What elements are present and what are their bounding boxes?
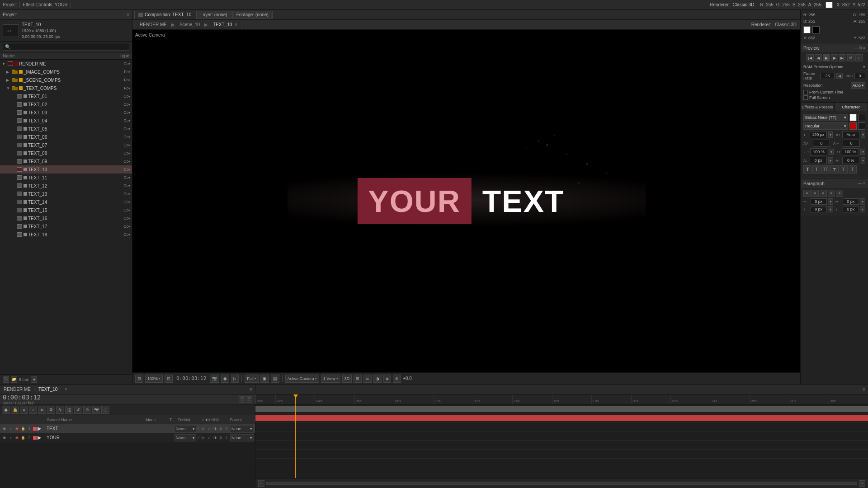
proj-item-text12[interactable]: TEXT_12 Co▪ (0, 182, 132, 190)
motion-blur-btn[interactable]: ≋ (363, 375, 372, 383)
ram-dropdown-icon[interactable]: ▾ (863, 65, 865, 69)
align-right-btn[interactable]: ≡ (820, 190, 827, 197)
font-dropdown[interactable]: Bebas Neue (TT) ▾ (803, 114, 848, 121)
timeline-panel-close[interactable]: ≡ (247, 387, 255, 392)
comp-tab-layer[interactable]: Layer: (none) (196, 11, 231, 19)
proj-item-scene-comps[interactable]: ▶ _SCENE_COMPS Fo▪ (0, 76, 132, 84)
expand-tool[interactable]: ≡ (20, 406, 28, 414)
line-height-input[interactable] (842, 131, 859, 138)
expand-icon[interactable]: ⊞ (859, 46, 862, 50)
paragraph-header[interactable]: Paragraph — ≡ (801, 179, 868, 188)
lock-btn[interactable]: 🔒 (20, 435, 26, 441)
space-after-input[interactable] (843, 206, 859, 212)
from-current-row[interactable]: From Current Time (803, 89, 865, 95)
switch1[interactable]: ☆ (206, 435, 212, 441)
vert-scale-btn[interactable]: ▾ (860, 149, 865, 155)
zoom-in-btn[interactable]: + (859, 480, 865, 487)
proj-item-text05[interactable]: TEXT_05 Co▪ (0, 125, 132, 133)
tl-right-close[interactable]: ≡ (860, 387, 868, 392)
proj-item-text06[interactable]: TEXT_06 Co▪ (0, 133, 132, 141)
switch1[interactable]: ☆ (206, 426, 212, 432)
step-back-btn[interactable]: ◀ (815, 54, 822, 61)
switch2[interactable]: ◑ (212, 435, 217, 441)
expand-layer-btn[interactable]: ▶ (38, 426, 42, 432)
bold-btn[interactable]: T (803, 165, 811, 174)
small-caps-btn[interactable]: T̲ (830, 165, 839, 174)
visibility-btn[interactable]: ◉ (1, 435, 7, 441)
lock-tool[interactable]: 🔒 (11, 406, 19, 414)
solo-btn[interactable]: ◉ (14, 435, 19, 441)
close-icon[interactable]: × (235, 22, 237, 27)
null-tool[interactable]: ◌ (101, 406, 109, 414)
exposure-btn[interactable]: ◉ (221, 375, 229, 383)
proj-item-text17[interactable]: TEXT_17 Co▪ (0, 222, 132, 230)
justify-btn[interactable]: ≡ (828, 190, 835, 197)
folder-btn[interactable]: 📁 (11, 376, 17, 383)
switch4[interactable]: ◊ (224, 426, 229, 432)
proj-item-text08[interactable]: TEXT_08 Co▪ (0, 149, 132, 157)
proj-item-text03[interactable]: TEXT_03 Co▪ (0, 108, 132, 117)
zoom-out-btn[interactable]: − (258, 480, 264, 487)
view-layout-dropdown[interactable]: 1 View ▾ (321, 375, 340, 383)
skip-to-start-btn[interactable]: |◀ (807, 54, 814, 61)
proj-item-text09[interactable]: TEXT_09 Co▪ (0, 157, 132, 165)
character-tab[interactable]: Character (835, 103, 868, 112)
indent-left-btn[interactable]: ▾ (828, 198, 833, 205)
proj-item-text07[interactable]: TEXT_07 Co▪ (0, 141, 132, 149)
settings-btn[interactable]: ◀ (31, 376, 37, 383)
italic-btn[interactable]: T (812, 165, 821, 174)
comp-tab-footage[interactable]: Footage: (none) (232, 11, 273, 19)
timeline-tab-close[interactable]: × (61, 387, 71, 392)
proj-item-text04[interactable]: TEXT_04 Co▪ (0, 117, 132, 125)
space-after-btn[interactable]: ▾ (860, 206, 865, 212)
skip-to-end-btn[interactable]: ▶| (839, 54, 846, 61)
proj-item-text11[interactable]: TEXT_11 Co▪ (0, 174, 132, 182)
frame-rate-input[interactable] (820, 73, 835, 79)
proj-item-text15[interactable]: TEXT_15 Co▪ (0, 206, 132, 214)
minimize-icon[interactable]: — (858, 181, 862, 186)
audio-vis-btn[interactable]: ♪ (8, 435, 13, 441)
zoom-slider[interactable] (266, 482, 857, 485)
snapshot-btn[interactable]: 📷 (210, 375, 219, 383)
project-menu[interactable]: Project (3, 2, 17, 7)
visibility-btn[interactable]: ◉ (1, 426, 7, 432)
timeline-layer-1[interactable]: ◉ ♪ ◉ 🔒 1 ▶ TEXT Norm ▾ / fx ☆ ◑ ⊙ (0, 424, 255, 433)
lock-btn[interactable]: 🔒 (20, 426, 26, 432)
expand-layer-btn[interactable]: ▶ (38, 435, 42, 441)
font-color-swatch[interactable] (849, 114, 857, 121)
style-dropdown[interactable]: Regular ▾ (803, 122, 848, 130)
space-before-input[interactable] (811, 206, 827, 212)
preview-header[interactable]: Preview — ⊞ ≡ (801, 43, 868, 52)
render-btn[interactable]: ▣ (260, 375, 269, 383)
kerning-input[interactable] (813, 140, 830, 147)
proj-item-text01[interactable]: TEXT_01 Co▪ (0, 92, 132, 100)
frame-rate-step-down[interactable]: ◀ (836, 73, 843, 79)
from-current-checkbox[interactable] (803, 90, 808, 94)
full-screen-row[interactable]: Full Screen (803, 95, 865, 100)
proj-item-text16[interactable]: TEXT_16 Co▪ (0, 214, 132, 222)
adjustment-btn[interactable]: ◑ (373, 375, 382, 383)
minimize-icon[interactable]: — (854, 46, 858, 50)
timeline-layer-2[interactable]: ◉ ♪ ◉ 🔒 2 ▶ YOUR Norm ▾ / fx ☆ ◑ ⊙ (0, 433, 255, 442)
grid-overlay-btn[interactable]: ⊞ (354, 375, 362, 383)
loop-btn[interactable]: ↺ (847, 54, 854, 61)
proj-item-text02[interactable]: TEXT_02 Co▪ (0, 100, 132, 108)
audio-btn[interactable]: ♪ (855, 54, 863, 61)
proj-item-text18[interactable]: TEXT_18 Co▪ (0, 230, 132, 239)
timeline-tab-text10[interactable]: TEXT_10 (35, 387, 61, 392)
camera-dropdown[interactable]: Active Camera ▾ (285, 375, 319, 383)
indent-right-btn[interactable]: ▾ (860, 198, 865, 205)
pen-tool[interactable]: ✎ (56, 406, 64, 414)
nav-tab-render[interactable]: RENDER ME (136, 21, 170, 29)
audio-vis-btn[interactable]: ♪ (8, 426, 13, 432)
switch4[interactable]: ◊ (224, 435, 229, 441)
indent-right-input[interactable] (843, 198, 859, 205)
quality-dropdown[interactable]: Full ▾ (245, 375, 259, 383)
camera-tool[interactable]: 📷 (92, 406, 100, 414)
preview-btn[interactable]: ▷ (231, 375, 239, 383)
comp-tab-text10[interactable]: Composition: TEXT_10 (134, 11, 195, 19)
zoom-dropdown[interactable]: 100% ▾ (145, 375, 163, 383)
play-btn[interactable]: ▶ (823, 54, 830, 61)
parent-dropdown[interactable]: None ▾ (230, 425, 254, 432)
switch2[interactable]: ◑ (212, 426, 217, 432)
